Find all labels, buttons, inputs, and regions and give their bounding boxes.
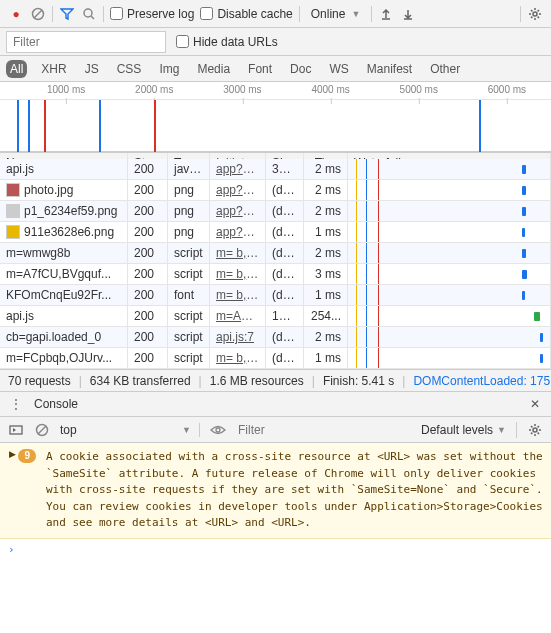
svg-line-1: [34, 10, 42, 18]
type-filter-js[interactable]: JS: [81, 60, 103, 78]
clear-icon[interactable]: [30, 6, 46, 22]
table-row[interactable]: m=A7fCU,BVgquf...200scriptm= b, t...(dis…: [0, 264, 551, 285]
initiator-link[interactable]: app?hl=...: [216, 225, 266, 239]
search-icon[interactable]: [81, 6, 97, 22]
table-row[interactable]: m=wmwg8b200scriptm= b, t...(dis...2 ms: [0, 243, 551, 264]
cell-size: (dis...: [266, 180, 304, 200]
type-filter-ws[interactable]: WS: [325, 60, 352, 78]
log-levels-select[interactable]: Default levels ▼: [421, 423, 506, 437]
waterfall-bar: [522, 291, 525, 300]
request-name: m=FCpbqb,OJUrv...: [6, 351, 112, 365]
initiator-link[interactable]: m= b, t...: [216, 267, 263, 281]
cell-waterfall: [348, 180, 551, 200]
expand-icon[interactable]: ▶: [9, 449, 16, 532]
close-icon[interactable]: ✕: [527, 396, 543, 412]
gear-icon[interactable]: [527, 422, 543, 438]
table-row[interactable]: 911e3628e6.png200pngapp?hl=...(dis...1 m…: [0, 222, 551, 243]
table-row[interactable]: m=FCpbqb,OJUrv...200scriptm= b, t...(dis…: [0, 348, 551, 369]
separator: [520, 6, 521, 22]
cell-size: 300 B: [266, 159, 304, 179]
table-row[interactable]: KFOmCnqEu92Fr...200fontm= b, t...(dis...…: [0, 285, 551, 306]
record-icon[interactable]: ●: [8, 6, 24, 22]
request-name: m=A7fCU,BVgquf...: [6, 267, 111, 281]
initiator-link[interactable]: m= b, t...: [216, 288, 263, 302]
request-name: cb=gapi.loaded_0: [6, 330, 101, 344]
svg-point-8: [216, 428, 220, 432]
cell-waterfall: [348, 222, 551, 242]
execution-context-icon[interactable]: [8, 422, 24, 438]
eye-icon[interactable]: [210, 422, 226, 438]
initiator-link[interactable]: m= b, t...: [216, 246, 263, 260]
disable-cache-checkbox[interactable]: Disable cache: [200, 7, 292, 21]
waterfall-bar: [540, 354, 543, 363]
request-name: api.js: [6, 162, 34, 176]
timeline-overview[interactable]: 1000 ms2000 ms3000 ms4000 ms5000 ms6000 …: [0, 82, 551, 152]
timeline-marker: [154, 100, 156, 152]
cell-type: script: [168, 264, 210, 284]
cell-waterfall: [348, 306, 551, 326]
type-filter-img[interactable]: Img: [155, 60, 183, 78]
upload-icon[interactable]: [378, 6, 394, 22]
waterfall-bar: [522, 249, 526, 258]
summary-finish: Finish: 5.41 s: [323, 374, 394, 388]
cell-waterfall: [348, 201, 551, 221]
console-tab[interactable]: Console: [34, 397, 78, 411]
cell-time: 1 ms: [304, 348, 348, 368]
type-filter-other[interactable]: Other: [426, 60, 464, 78]
preserve-log-checkbox[interactable]: Preserve log: [110, 7, 194, 21]
table-row[interactable]: api.js200scriptm=A7fC...163 B254...: [0, 306, 551, 327]
cell-waterfall: [348, 264, 551, 284]
cell-waterfall: [348, 243, 551, 263]
cell-time: 1 ms: [304, 285, 348, 305]
status-bar: 70 requests| 634 KB transferred| 1.6 MB …: [0, 369, 551, 391]
type-filter-media[interactable]: Media: [193, 60, 234, 78]
context-value: top: [60, 423, 77, 437]
console-prompt[interactable]: ›: [0, 539, 551, 560]
cell-time: 254...: [304, 306, 348, 326]
table-row[interactable]: photo.jpg200pngapp?hl=...(dis...2 ms: [0, 180, 551, 201]
initiator-link[interactable]: api.js:7: [216, 330, 254, 344]
filter-input[interactable]: [6, 31, 166, 53]
warning-text: A cookie associated with a cross-site re…: [46, 449, 543, 532]
initiator-link[interactable]: m= b, t...: [216, 351, 263, 365]
hide-data-urls-label: Hide data URLs: [193, 35, 278, 49]
table-row[interactable]: cb=gapi.loaded_0200scriptapi.js:7(dis...…: [0, 327, 551, 348]
separator: [299, 6, 300, 22]
clear-console-icon[interactable]: [34, 422, 50, 438]
kebab-icon[interactable]: ⋮: [8, 396, 24, 412]
initiator-link[interactable]: app?hl=...: [216, 183, 266, 197]
console-filter-input[interactable]: [236, 421, 411, 439]
type-filter-manifest[interactable]: Manifest: [363, 60, 416, 78]
cell-size: (dis...: [266, 243, 304, 263]
hide-data-urls-checkbox[interactable]: Hide data URLs: [176, 35, 278, 49]
svg-line-3: [91, 16, 94, 19]
context-select[interactable]: top ▼: [60, 423, 200, 437]
cell-waterfall: [348, 285, 551, 305]
cell-size: (dis...: [266, 264, 304, 284]
table-row[interactable]: p1_6234ef59.png200pngapp?hl=...(dis...2 …: [0, 201, 551, 222]
initiator-link[interactable]: m=A7fC...: [216, 309, 266, 323]
request-name: api.js: [6, 309, 34, 323]
timeline-tick: 1000 ms: [47, 84, 85, 95]
initiator-link[interactable]: app?hl=...: [216, 162, 266, 176]
type-filter-css[interactable]: CSS: [113, 60, 146, 78]
cell-time: 2 ms: [304, 180, 348, 200]
waterfall-bar: [522, 186, 526, 195]
cell-status: 200: [128, 348, 168, 368]
cell-size: 163 B: [266, 306, 304, 326]
type-filter-all[interactable]: All: [6, 60, 27, 78]
gear-icon[interactable]: [527, 6, 543, 22]
timeline-tick: 2000 ms: [135, 84, 173, 95]
initiator-link[interactable]: app?hl=...: [216, 204, 266, 218]
throttle-select[interactable]: Online ▼: [306, 6, 366, 22]
type-filter-font[interactable]: Font: [244, 60, 276, 78]
cell-type: png: [168, 180, 210, 200]
separator: [516, 422, 517, 438]
type-filter-doc[interactable]: Doc: [286, 60, 315, 78]
request-name: p1_6234ef59.png: [24, 204, 117, 218]
filter-icon[interactable]: [59, 6, 75, 22]
download-icon[interactable]: [400, 6, 416, 22]
type-filter-xhr[interactable]: XHR: [37, 60, 70, 78]
table-row[interactable]: api.js200java...app?hl=...300 B2 ms: [0, 159, 551, 180]
cell-status: 200: [128, 243, 168, 263]
